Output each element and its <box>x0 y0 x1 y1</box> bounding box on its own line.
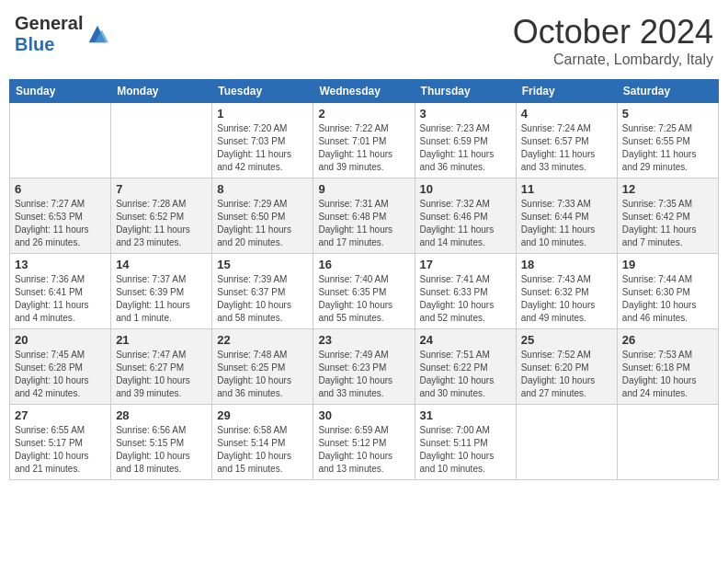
day-info: Sunrise: 7:37 AM Sunset: 6:39 PM Dayligh… <box>116 273 207 325</box>
day-info: Sunrise: 7:48 AM Sunset: 6:25 PM Dayligh… <box>217 349 308 400</box>
calendar-cell <box>617 405 718 480</box>
calendar-cell <box>111 103 212 178</box>
calendar-week-3: 13Sunrise: 7:36 AM Sunset: 6:41 PM Dayli… <box>10 254 719 329</box>
calendar-cell: 4Sunrise: 7:24 AM Sunset: 6:57 PM Daylig… <box>516 103 617 178</box>
day-number: 18 <box>521 258 612 271</box>
day-number: 31 <box>420 408 511 422</box>
day-info: Sunrise: 7:33 AM Sunset: 6:44 PM Dayligh… <box>521 198 612 249</box>
day-info: Sunrise: 7:29 AM Sunset: 6:50 PM Dayligh… <box>217 198 308 249</box>
logo-text: General Blue <box>15 13 83 55</box>
calendar-cell: 24Sunrise: 7:51 AM Sunset: 6:22 PM Dayli… <box>415 329 516 405</box>
calendar-cell: 10Sunrise: 7:32 AM Sunset: 6:46 PM Dayli… <box>415 178 516 254</box>
calendar-cell: 23Sunrise: 7:49 AM Sunset: 6:23 PM Dayli… <box>313 329 415 405</box>
day-info: Sunrise: 7:27 AM Sunset: 6:53 PM Dayligh… <box>15 198 106 249</box>
calendar-cell: 3Sunrise: 7:23 AM Sunset: 6:59 PM Daylig… <box>415 103 516 178</box>
month-title: October 2024 <box>513 13 713 52</box>
title-block: October 2024 Carnate, Lombardy, Italy <box>513 13 713 68</box>
day-info: Sunrise: 7:35 AM Sunset: 6:42 PM Dayligh… <box>622 198 713 249</box>
day-number: 8 <box>217 182 308 196</box>
day-number: 6 <box>15 182 106 196</box>
day-info: Sunrise: 7:20 AM Sunset: 7:03 PM Dayligh… <box>217 122 308 174</box>
day-number: 12 <box>622 182 713 196</box>
day-header-thursday: Thursday <box>415 80 516 103</box>
day-info: Sunrise: 7:47 AM Sunset: 6:27 PM Dayligh… <box>116 349 207 400</box>
day-info: Sunrise: 7:40 AM Sunset: 6:35 PM Dayligh… <box>318 273 409 325</box>
day-info: Sunrise: 7:22 AM Sunset: 7:01 PM Dayligh… <box>318 122 409 174</box>
day-number: 25 <box>521 333 612 347</box>
calendar-cell: 14Sunrise: 7:37 AM Sunset: 6:39 PM Dayli… <box>111 254 212 329</box>
day-header-saturday: Saturday <box>617 80 718 103</box>
day-info: Sunrise: 7:52 AM Sunset: 6:20 PM Dayligh… <box>521 349 612 400</box>
day-number: 28 <box>116 408 207 422</box>
day-number: 11 <box>521 182 612 196</box>
day-number: 27 <box>15 408 106 422</box>
day-number: 7 <box>116 182 207 196</box>
day-number: 14 <box>116 258 207 271</box>
calendar-cell: 12Sunrise: 7:35 AM Sunset: 6:42 PM Dayli… <box>617 178 718 254</box>
day-number: 26 <box>622 333 713 347</box>
day-number: 4 <box>521 107 612 121</box>
calendar-header-row: SundayMondayTuesdayWednesdayThursdayFrid… <box>10 80 719 103</box>
calendar-cell: 31Sunrise: 7:00 AM Sunset: 5:11 PM Dayli… <box>415 405 516 480</box>
calendar-cell: 21Sunrise: 7:47 AM Sunset: 6:27 PM Dayli… <box>111 329 212 405</box>
day-number: 20 <box>15 333 106 347</box>
day-number: 19 <box>622 258 713 271</box>
calendar-cell: 22Sunrise: 7:48 AM Sunset: 6:25 PM Dayli… <box>212 329 313 405</box>
day-info: Sunrise: 7:00 AM Sunset: 5:11 PM Dayligh… <box>420 424 511 476</box>
calendar-cell: 20Sunrise: 7:45 AM Sunset: 6:28 PM Dayli… <box>10 329 111 405</box>
calendar-week-2: 6Sunrise: 7:27 AM Sunset: 6:53 PM Daylig… <box>10 178 719 254</box>
calendar-table: SundayMondayTuesdayWednesdayThursdayFrid… <box>9 79 719 480</box>
day-number: 24 <box>420 333 511 347</box>
day-info: Sunrise: 7:32 AM Sunset: 6:46 PM Dayligh… <box>420 198 511 249</box>
day-info: Sunrise: 6:55 AM Sunset: 5:17 PM Dayligh… <box>15 424 106 476</box>
day-number: 3 <box>420 107 511 121</box>
day-info: Sunrise: 7:24 AM Sunset: 6:57 PM Dayligh… <box>521 122 612 174</box>
day-number: 23 <box>318 333 409 347</box>
logo: General Blue <box>15 13 110 55</box>
logo-general: General <box>15 13 83 33</box>
calendar-cell: 15Sunrise: 7:39 AM Sunset: 6:37 PM Dayli… <box>212 254 313 329</box>
day-info: Sunrise: 7:39 AM Sunset: 6:37 PM Dayligh… <box>217 273 308 325</box>
day-number: 17 <box>420 258 511 271</box>
calendar-cell: 30Sunrise: 6:59 AM Sunset: 5:12 PM Dayli… <box>313 405 415 480</box>
calendar-week-5: 27Sunrise: 6:55 AM Sunset: 5:17 PM Dayli… <box>10 405 719 480</box>
day-info: Sunrise: 7:45 AM Sunset: 6:28 PM Dayligh… <box>15 349 106 400</box>
day-number: 10 <box>420 182 511 196</box>
day-number: 30 <box>318 408 409 422</box>
calendar-cell: 1Sunrise: 7:20 AM Sunset: 7:03 PM Daylig… <box>212 103 313 178</box>
calendar-cell <box>10 103 111 178</box>
day-number: 15 <box>217 258 308 271</box>
day-info: Sunrise: 6:56 AM Sunset: 5:15 PM Dayligh… <box>116 424 207 476</box>
day-number: 16 <box>318 258 409 271</box>
day-info: Sunrise: 7:49 AM Sunset: 6:23 PM Dayligh… <box>318 349 409 400</box>
calendar-cell: 6Sunrise: 7:27 AM Sunset: 6:53 PM Daylig… <box>10 178 111 254</box>
day-info: Sunrise: 7:25 AM Sunset: 6:55 PM Dayligh… <box>622 122 713 174</box>
calendar-cell: 16Sunrise: 7:40 AM Sunset: 6:35 PM Dayli… <box>313 254 415 329</box>
day-info: Sunrise: 7:53 AM Sunset: 6:18 PM Dayligh… <box>622 349 713 400</box>
calendar-cell: 11Sunrise: 7:33 AM Sunset: 6:44 PM Dayli… <box>516 178 617 254</box>
page-header: General Blue October 2024 Carnate, Lomba… <box>9 9 719 72</box>
day-info: Sunrise: 7:31 AM Sunset: 6:48 PM Dayligh… <box>318 198 409 249</box>
location: Carnate, Lombardy, Italy <box>513 52 713 68</box>
calendar-cell: 7Sunrise: 7:28 AM Sunset: 6:52 PM Daylig… <box>111 178 212 254</box>
day-info: Sunrise: 7:51 AM Sunset: 6:22 PM Dayligh… <box>420 349 511 400</box>
calendar-cell: 8Sunrise: 7:29 AM Sunset: 6:50 PM Daylig… <box>212 178 313 254</box>
day-header-friday: Friday <box>516 80 617 103</box>
day-header-tuesday: Tuesday <box>212 80 313 103</box>
day-number: 2 <box>318 107 409 121</box>
logo-icon <box>85 21 110 47</box>
calendar-cell <box>516 405 617 480</box>
day-info: Sunrise: 7:41 AM Sunset: 6:33 PM Dayligh… <box>420 273 511 325</box>
day-info: Sunrise: 7:23 AM Sunset: 6:59 PM Dayligh… <box>420 122 511 174</box>
day-info: Sunrise: 7:44 AM Sunset: 6:30 PM Dayligh… <box>622 273 713 325</box>
calendar-cell: 28Sunrise: 6:56 AM Sunset: 5:15 PM Dayli… <box>111 405 212 480</box>
calendar-cell: 27Sunrise: 6:55 AM Sunset: 5:17 PM Dayli… <box>10 405 111 480</box>
day-number: 22 <box>217 333 308 347</box>
day-header-sunday: Sunday <box>10 80 111 103</box>
day-info: Sunrise: 6:58 AM Sunset: 5:14 PM Dayligh… <box>217 424 308 476</box>
day-number: 29 <box>217 408 308 422</box>
calendar-cell: 17Sunrise: 7:41 AM Sunset: 6:33 PM Dayli… <box>415 254 516 329</box>
calendar-cell: 9Sunrise: 7:31 AM Sunset: 6:48 PM Daylig… <box>313 178 415 254</box>
calendar-cell: 13Sunrise: 7:36 AM Sunset: 6:41 PM Dayli… <box>10 254 111 329</box>
day-info: Sunrise: 7:28 AM Sunset: 6:52 PM Dayligh… <box>116 198 207 249</box>
